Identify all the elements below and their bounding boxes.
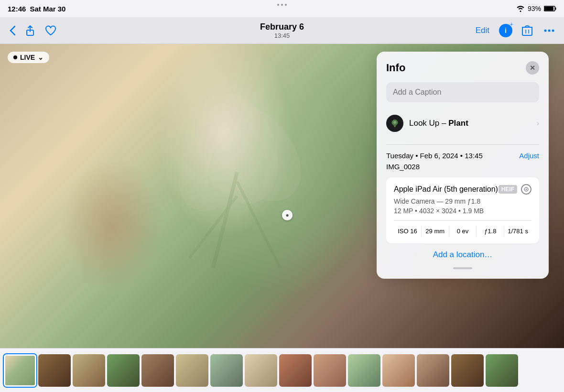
filmstrip-thumb-9[interactable] xyxy=(314,354,346,387)
filmstrip-thumb-4[interactable] xyxy=(141,354,174,387)
add-location-button[interactable]: Add a location… xyxy=(433,250,493,260)
more-button[interactable] xyxy=(542,27,556,34)
filmstrip-thumb-3[interactable] xyxy=(107,354,140,387)
exif-iso: ISO 16 xyxy=(394,226,422,237)
divider-1 xyxy=(386,144,539,145)
look-up-plant-row[interactable]: Look Up – Plant › xyxy=(386,110,539,137)
nav-subtitle: 13:45 xyxy=(260,32,304,39)
filmstrip-thumb-5[interactable] xyxy=(176,354,208,387)
nav-bar: February 6 13:45 Edit i xyxy=(0,17,564,44)
exif-row: ISO 16 29 mm 0 ev ƒ1.8 1/781 s xyxy=(394,220,531,237)
exif-focal: 29 mm xyxy=(422,226,449,237)
svg-point-8 xyxy=(544,29,547,32)
meta-date: Tuesday • Feb 6, 2024 • 13:45 xyxy=(386,152,483,160)
battery-pct: 93% xyxy=(528,5,541,12)
filmstrip-thumb-13[interactable] xyxy=(451,354,484,387)
back-button[interactable] xyxy=(8,24,17,37)
filmstrip xyxy=(0,348,564,392)
photo-pin: ● xyxy=(282,210,293,220)
live-dot xyxy=(13,55,17,59)
filmstrip-thumb-6[interactable] xyxy=(210,354,243,387)
nav-right: Edit i xyxy=(474,23,556,38)
camera-info: Wide Camera — 29 mm ƒ1.8 xyxy=(394,197,531,205)
battery-icon xyxy=(544,5,556,12)
filmstrip-thumb-14[interactable] xyxy=(486,354,518,387)
svg-rect-4 xyxy=(522,27,532,35)
device-row: Apple iPad Air (5th generation) HEIF xyxy=(394,184,531,195)
wifi-icon xyxy=(516,5,525,12)
look-up-icon xyxy=(386,115,403,132)
info-panel-title: Info xyxy=(386,62,405,74)
exif-ev: 0 ev xyxy=(449,226,477,237)
nav-left xyxy=(8,23,58,38)
info-icon: i xyxy=(505,27,507,34)
status-right: 93% xyxy=(516,5,556,12)
live-chevron: ⌄ xyxy=(38,54,43,61)
svg-point-9 xyxy=(548,29,551,32)
info-panel-header: Info ✕ xyxy=(386,61,539,75)
svg-rect-1 xyxy=(555,8,556,10)
nav-title: February 6 xyxy=(260,22,304,32)
status-bar: 12:46 Sat Mar 30 93% xyxy=(0,0,564,17)
filmstrip-thumb-8[interactable] xyxy=(279,354,312,387)
filmstrip-thumb-1[interactable] xyxy=(38,354,71,387)
favorite-button[interactable] xyxy=(43,23,58,38)
filmstrip-thumb-7[interactable] xyxy=(245,354,277,387)
day-date: Sat Mar 30 xyxy=(30,5,65,13)
info-panel: Info ✕ Look Up – Plant › Tuesday • Feb 6… xyxy=(377,52,549,279)
svg-rect-2 xyxy=(544,7,553,11)
file-info: 12 MP • 4032 × 3024 • 1.9 MB xyxy=(394,207,531,215)
device-card: Apple iPad Air (5th generation) HEIF Wid… xyxy=(386,177,539,243)
delete-button[interactable] xyxy=(520,23,534,38)
info-badge-button[interactable]: i xyxy=(499,24,512,37)
live-photo-icon xyxy=(521,184,531,195)
svg-point-18 xyxy=(393,121,396,124)
caption-input[interactable] xyxy=(386,82,539,102)
svg-point-20 xyxy=(526,189,527,190)
svg-point-10 xyxy=(552,29,554,32)
live-badge[interactable]: LIVE ⌄ xyxy=(8,52,49,63)
device-badges: HEIF xyxy=(499,184,531,195)
look-up-text: Look Up – Plant xyxy=(409,119,468,128)
status-left: 12:46 Sat Mar 30 xyxy=(8,5,65,13)
look-up-chevron: › xyxy=(537,119,539,128)
sparkle-icon xyxy=(509,22,514,28)
filmstrip-thumb-11[interactable] xyxy=(382,354,415,387)
filmstrip-thumb-2[interactable] xyxy=(73,354,105,387)
add-location-row: Add a location… xyxy=(386,243,539,261)
edit-button[interactable]: Edit xyxy=(474,24,491,37)
meta-date-row: Tuesday • Feb 6, 2024 • 13:45 Adjust xyxy=(386,152,539,160)
filmstrip-thumb-12[interactable] xyxy=(417,354,449,387)
heif-badge: HEIF xyxy=(499,185,517,194)
panel-handle xyxy=(453,267,472,269)
meta-filename: IMG_0028 xyxy=(386,163,539,171)
exif-aperture: ƒ1.8 xyxy=(477,226,504,237)
nav-center: February 6 13:45 xyxy=(260,22,304,39)
top-dots-indicator xyxy=(277,4,287,6)
device-name: Apple iPad Air (5th generation) xyxy=(394,185,498,194)
info-close-button[interactable]: ✕ xyxy=(526,61,539,75)
live-label: LIVE xyxy=(20,54,35,61)
time: 12:46 xyxy=(8,5,26,13)
filmstrip-thumb-selected[interactable] xyxy=(4,354,36,387)
filmstrip-thumb-10[interactable] xyxy=(348,354,380,387)
share-button[interactable] xyxy=(23,23,37,38)
adjust-button[interactable]: Adjust xyxy=(519,152,539,160)
exif-shutter: 1/781 s xyxy=(504,226,531,237)
